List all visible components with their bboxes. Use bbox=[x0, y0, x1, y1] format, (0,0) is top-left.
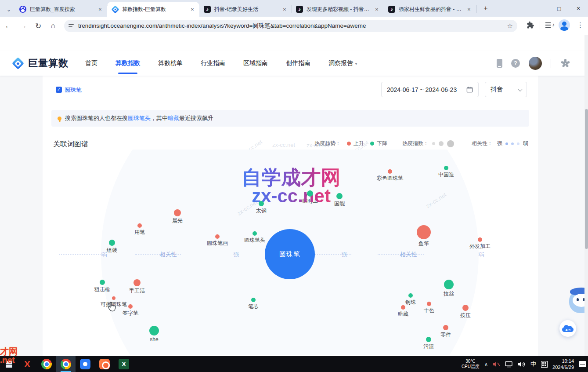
center-keyword-bubble[interactable]: 圆珠笔 bbox=[265, 229, 315, 279]
back-icon[interactable]: ← bbox=[2, 19, 15, 33]
nav-item-创作指南[interactable]: 创作指南 bbox=[286, 57, 310, 70]
keyword-bubble[interactable] bbox=[388, 169, 392, 174]
address-bar[interactable]: trendinsight.oceanengine.com/arithmetic-… bbox=[64, 20, 517, 32]
keyword-bubble-label[interactable]: 按压 bbox=[460, 312, 471, 319]
network-display-icon[interactable] bbox=[505, 361, 513, 368]
nav-item-首页[interactable]: 首页 bbox=[85, 57, 97, 70]
ime-pinyin-icon[interactable] bbox=[541, 361, 548, 368]
nav-item-算数榜单[interactable]: 算数榜单 bbox=[158, 57, 183, 70]
tab-close-icon[interactable]: ✕ bbox=[97, 6, 104, 13]
keyword-bubble[interactable] bbox=[478, 237, 482, 242]
keyword-bubble[interactable] bbox=[133, 279, 141, 286]
keyword-bubble-label[interactable]: 十色 bbox=[424, 307, 434, 314]
browser-tab[interactable]: ♪发现更多精彩视频 - 抖音搜索✕ bbox=[292, 2, 384, 17]
date-range-picker[interactable]: 2024-06-17 ~ 2024-06-23 bbox=[381, 82, 479, 97]
keyword-bubble[interactable] bbox=[444, 166, 448, 170]
keyword-bubble[interactable] bbox=[128, 304, 133, 309]
taskbar-app-x-red[interactable]: X bbox=[18, 356, 37, 372]
keyword-bubble-label[interactable]: 鱼竿 bbox=[418, 240, 429, 248]
taskbar-app-chrome[interactable] bbox=[56, 356, 76, 372]
clock-widget[interactable]: 10:14 2024/6/29 bbox=[552, 358, 574, 371]
site-info-icon[interactable] bbox=[69, 23, 75, 29]
tab-close-icon[interactable]: ✕ bbox=[373, 6, 380, 13]
keyword-bubble[interactable] bbox=[112, 296, 115, 300]
keyword-bubble-label[interactable]: 钢珠 bbox=[405, 299, 416, 306]
menu-kebab-icon[interactable]: ⋮ bbox=[575, 21, 585, 29]
keyword-bubble[interactable] bbox=[427, 302, 431, 306]
browser-tab[interactable]: ♪抖音-记录美好生活✕ bbox=[199, 2, 292, 17]
cpu-temp-widget[interactable]: 30℃ CPU温度 bbox=[462, 359, 480, 370]
keyword-bubble[interactable] bbox=[443, 325, 448, 330]
browser-tab[interactable]: ♪强家村生鲜食品的抖音 - 抖音✕ bbox=[384, 2, 476, 17]
browser-tab[interactable]: 巨量算数_百度搜索✕ bbox=[15, 2, 107, 17]
api-float-button[interactable]: API bbox=[559, 320, 576, 337]
muted-speaker-icon[interactable] bbox=[493, 361, 500, 368]
keyword-bubble[interactable] bbox=[259, 201, 264, 206]
extensions-icon[interactable] bbox=[527, 21, 534, 29]
browser-profile-avatar[interactable] bbox=[559, 19, 570, 31]
nav-item-区域指南[interactable]: 区域指南 bbox=[243, 57, 268, 70]
keyword-bubble[interactable] bbox=[149, 326, 159, 336]
keyword-bubble-label[interactable]: she bbox=[150, 336, 158, 343]
nav-item-行业指南[interactable]: 行业指南 bbox=[201, 57, 225, 70]
taskbar-app-chrome[interactable] bbox=[37, 356, 56, 372]
keyword-bubble-label[interactable]: 太钢 bbox=[256, 207, 267, 215]
site-logo[interactable]: 巨量算数 bbox=[12, 57, 69, 70]
bookmark-star-icon[interactable]: ☆ bbox=[507, 22, 513, 30]
keyword-bubble-label[interactable]: 外发加工 bbox=[469, 243, 491, 250]
keyword-bubble[interactable] bbox=[137, 223, 142, 228]
tab-close-icon[interactable]: ✕ bbox=[281, 6, 288, 13]
platform-select[interactable]: 抖音 bbox=[485, 82, 527, 97]
tab-close-icon[interactable]: ✕ bbox=[189, 6, 196, 13]
keyword-bubble[interactable] bbox=[426, 337, 431, 342]
keyword-bubble-label[interactable]: 狙击枪 bbox=[94, 286, 110, 293]
maximize-button[interactable]: ▢ bbox=[549, 0, 569, 17]
keyword-bubble-label[interactable]: 彩色圆珠笔 bbox=[377, 175, 403, 182]
taskbar-app-video-blue[interactable] bbox=[76, 356, 95, 372]
keyword-bubble[interactable] bbox=[417, 225, 431, 239]
keyword-bubble-label[interactable]: 手工活 bbox=[129, 287, 145, 295]
keyword-bubble-label[interactable]: 组装 bbox=[107, 247, 117, 254]
keyword-bubble[interactable] bbox=[307, 190, 313, 197]
close-button[interactable]: ✕ bbox=[569, 0, 588, 17]
keyword-bubble[interactable] bbox=[109, 240, 115, 246]
minimize-button[interactable]: — bbox=[530, 0, 549, 17]
ime-language-indicator[interactable]: 中 bbox=[530, 360, 536, 368]
keyword-bubble-label[interactable]: 晨光 bbox=[172, 217, 183, 225]
keyword-bubble-label[interactable]: 国能 bbox=[334, 200, 345, 208]
taskbar-app-recorder-orange[interactable] bbox=[95, 356, 114, 372]
tray-expand-icon[interactable]: ∧ bbox=[484, 361, 488, 367]
keyword-bubble-label[interactable]: 签字笔 bbox=[123, 310, 138, 317]
keyword-bubble[interactable] bbox=[408, 293, 413, 298]
keyword-bubble[interactable] bbox=[215, 234, 220, 239]
keyword-checkbox-icon[interactable]: ✓ bbox=[56, 87, 62, 93]
user-avatar[interactable] bbox=[529, 57, 542, 70]
keyword-bubble-label[interactable]: 暗藏 bbox=[398, 310, 408, 318]
notification-center-icon[interactable] bbox=[579, 361, 586, 367]
forward-icon[interactable]: → bbox=[17, 19, 30, 33]
keyword-bubble-label[interactable]: 圆珠笔画 bbox=[207, 240, 228, 247]
keyword-bubble[interactable] bbox=[444, 280, 454, 289]
keyword-bubble[interactable] bbox=[462, 305, 469, 311]
keyword-bubble[interactable] bbox=[100, 280, 105, 285]
browser-tab[interactable]: 算数指数-巨量算数✕ bbox=[107, 2, 199, 17]
taskbar-app-excel[interactable]: X bbox=[114, 356, 133, 372]
keyword-bubble[interactable] bbox=[336, 193, 343, 199]
keyword-bubble[interactable] bbox=[174, 209, 181, 216]
keyword-bubble[interactable] bbox=[401, 305, 405, 310]
nav-item-算数指数[interactable]: 算数指数 bbox=[115, 57, 140, 70]
mobile-app-icon[interactable] bbox=[497, 59, 502, 68]
tab-close-icon[interactable]: ✕ bbox=[465, 6, 473, 13]
reload-icon[interactable]: ↻ bbox=[32, 19, 45, 33]
scrollbar-thumb[interactable] bbox=[585, 109, 588, 249]
keyword-label[interactable]: 圆珠笔 bbox=[65, 86, 82, 94]
home-icon[interactable]: ⌂ bbox=[47, 19, 60, 33]
keyword-bubble-label[interactable]: 笔芯 bbox=[248, 303, 259, 310]
keyword-bubble-label[interactable]: 污渍 bbox=[423, 343, 434, 350]
keyword-bubble-label[interactable]: 用笔 bbox=[134, 229, 145, 236]
keyword-bubble[interactable] bbox=[253, 231, 257, 236]
keyword-bubble-label[interactable]: 零件 bbox=[440, 331, 451, 339]
keyword-bubble-label[interactable]: 圆珠笔头 bbox=[244, 237, 265, 244]
keyword-bubble[interactable] bbox=[251, 298, 256, 302]
nav-item-洞察报告[interactable]: 洞察报告▼ bbox=[328, 57, 358, 70]
